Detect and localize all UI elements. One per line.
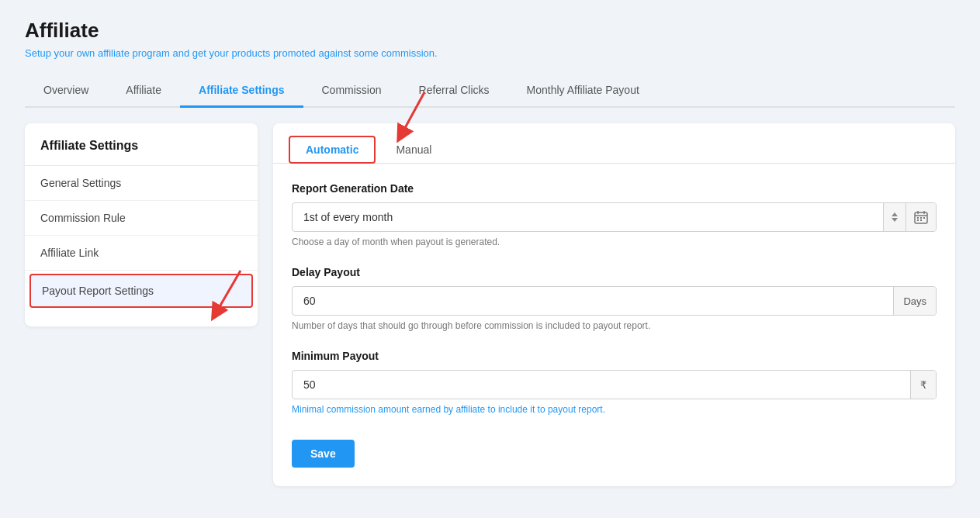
minimum-payout-addon: ₹ [910, 371, 936, 399]
minimum-payout-input-group: ₹ [292, 370, 937, 399]
page-title: Affiliate [25, 19, 955, 43]
content-card: Automatic Manual Report Generation Date … [273, 123, 955, 486]
minimum-payout-section: Minimum Payout ₹ Minimal commission amou… [292, 350, 937, 415]
delay-payout-input[interactable] [293, 287, 893, 315]
tab-overview[interactable]: Overview [25, 74, 107, 108]
sidebar-item-affiliate-link[interactable]: Affiliate Link [25, 236, 258, 271]
svg-rect-7 [920, 217, 922, 219]
tab-referral-clicks[interactable]: Referral Clicks [400, 74, 508, 108]
delay-payout-hint: Number of days that should go through be… [292, 320, 937, 331]
arrow-down-icon [892, 218, 898, 222]
tab-affiliate-settings[interactable]: Affiliate Settings [180, 74, 303, 108]
save-button[interactable]: Save [292, 440, 355, 468]
minimum-payout-label: Minimum Payout [292, 350, 937, 362]
sub-tab-manual[interactable]: Manual [379, 136, 448, 164]
page-subtitle: Setup your own affiliate program and get… [25, 47, 955, 59]
arrow-up-icon [892, 212, 898, 216]
report-generation-date-hint: Choose a day of month when payout is gen… [292, 237, 937, 247]
delay-payout-section: Delay Payout Days Number of days that sh… [292, 266, 937, 331]
sub-tabs: Automatic Manual [273, 123, 955, 164]
calendar-icon [914, 210, 928, 224]
report-generation-date-section: Report Generation Date 1st of every mont… [292, 182, 937, 247]
minimum-payout-hint: Minimal commission amount earned by affi… [292, 404, 937, 415]
sidebar-title: Affiliate Settings [25, 139, 258, 166]
svg-rect-9 [917, 219, 919, 221]
report-generation-date-select[interactable]: 1st of every month 2nd of every month 5t… [293, 203, 883, 231]
sidebar-item-general-settings[interactable]: General Settings [25, 166, 258, 201]
tabs-nav: Overview Affiliate Affiliate Settings Co… [25, 74, 955, 108]
delay-payout-addon: Days [893, 287, 936, 315]
svg-rect-8 [923, 217, 925, 219]
tab-affiliate[interactable]: Affiliate [107, 74, 180, 108]
main-content: Affiliate Settings General Settings Comm… [25, 123, 955, 486]
sidebar-card: Affiliate Settings General Settings Comm… [25, 123, 258, 326]
sub-tab-automatic[interactable]: Automatic [289, 136, 376, 164]
sidebar-item-payout-report-settings[interactable]: Payout Report Settings [29, 274, 253, 308]
select-arrows-btn[interactable] [883, 203, 906, 231]
sidebar-item-commission-rule[interactable]: Commission Rule [25, 201, 258, 236]
svg-rect-6 [917, 217, 919, 219]
delay-payout-label: Delay Payout [292, 266, 937, 278]
minimum-payout-input[interactable] [293, 371, 910, 399]
delay-payout-input-group: Days [292, 286, 937, 316]
tab-monthly-affiliate-payout[interactable]: Monthly Affiliate Payout [508, 74, 658, 108]
tab-commission[interactable]: Commission [303, 74, 400, 108]
content-body: Report Generation Date 1st of every mont… [273, 164, 955, 486]
calendar-icon-btn[interactable] [906, 203, 936, 231]
svg-rect-10 [920, 219, 922, 221]
report-generation-date-label: Report Generation Date [292, 182, 937, 195]
report-generation-date-input-group: 1st of every month 2nd of every month 5t… [292, 202, 937, 232]
